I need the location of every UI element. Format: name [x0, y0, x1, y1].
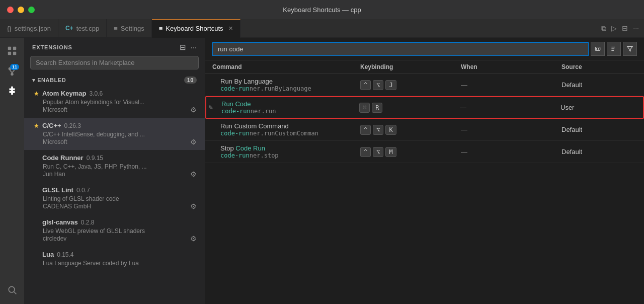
keyboard-shortcuts-content: Command Keybinding When Source Run By La…: [205, 38, 644, 304]
ext-code-runner[interactable]: ★ Code Runner 0.9.15 Run C, C++, Java, J…: [24, 150, 205, 182]
sidebar-title: EXTENSIONS: [32, 44, 72, 50]
source-run-by-language: Default: [561, 81, 637, 89]
star-icon-atom: ★: [34, 90, 39, 97]
ext-desc-code-runner: Run C, C++, Java, JS, PHP, Python, ...: [43, 163, 197, 170]
ext-desc-glsl-canvas: Live WebGL preview of GLSL shaders: [43, 227, 197, 235]
ext-cpp[interactable]: ★ C/C++ 0.26.3 C/C++ IntelliSense, debug…: [24, 118, 205, 150]
filter-icon[interactable]: ⊟: [180, 43, 186, 52]
ext-desc-atom: Popular Atom keybindings for Visual...: [43, 99, 197, 106]
window-controls: [7, 7, 35, 13]
table-row-run-code[interactable]: ✎ Run Code code-runner.run ⌘ R — User: [205, 96, 644, 119]
tab-label-test-cpp: test.cpp: [76, 25, 100, 32]
tab-close-keyboard-shortcuts[interactable]: ✕: [228, 25, 233, 32]
ext-version-cpp: 0.26.3: [64, 122, 81, 129]
ext-name-glsl-lint: GLSL Lint: [42, 186, 73, 194]
tabbar-actions: ⧉ ▷ ⊟ ···: [601, 24, 644, 33]
tab-settings-json[interactable]: {} settings.json: [0, 19, 58, 38]
run-icon[interactable]: ▷: [611, 24, 617, 32]
source-stop: Default: [561, 148, 637, 156]
when-run-custom: —: [461, 126, 561, 133]
enabled-section-label: ▾ ENABLED 10: [24, 74, 205, 86]
ext-atom-keymap[interactable]: ★ Atom Keymap 3.0.6 Popular Atom keybind…: [24, 86, 205, 118]
cmd-id: code-runner.runByLanguage: [220, 85, 360, 92]
ext-version-lua: 0.15.4: [57, 251, 73, 258]
svg-point-9: [9, 286, 15, 292]
svg-line-8: [12, 70, 15, 73]
ext-gear-glsl-canvas[interactable]: ⚙: [190, 235, 197, 243]
key-cmd: ⌘: [359, 103, 370, 113]
ext-glsl-lint[interactable]: ★ GLSL Lint 0.0.7 Linting of GLSL shader…: [24, 182, 205, 214]
ext-gear-atom[interactable]: ⚙: [190, 106, 197, 114]
extensions-search-input[interactable]: [30, 56, 199, 69]
table-row-run-custom[interactable]: Run Custom Command code-runner.runCustom…: [205, 119, 644, 141]
svg-rect-13: [598, 48, 599, 50]
ext-desc-glsl-lint: Linting of GLSL shader code: [43, 195, 197, 202]
svg-rect-0: [8, 47, 11, 50]
ext-version-atom: 3.0.6: [89, 90, 103, 97]
tab-keyboard-shortcuts[interactable]: ≡ Keyboard Shortcuts ✕: [152, 19, 240, 38]
key-opt3: ⌥: [373, 147, 383, 157]
key-ctrl3: ^: [360, 147, 371, 157]
ext-gear-glsl-lint[interactable]: ⚙: [190, 202, 197, 210]
ks-search-input[interactable]: [212, 42, 589, 56]
svg-rect-2: [8, 52, 11, 55]
tab-test-cpp[interactable]: C+ test.cpp: [58, 19, 107, 38]
header-when: When: [461, 63, 561, 70]
keyboard-shortcuts-icon: ≡: [159, 25, 163, 32]
activity-source-control[interactable]: 11: [3, 62, 21, 80]
minimize-button[interactable]: [18, 7, 24, 13]
svg-rect-3: [13, 52, 16, 55]
layout-icon[interactable]: ⊟: [622, 24, 628, 32]
more-icon[interactable]: ···: [190, 43, 197, 52]
ext-glsl-canvas[interactable]: ★ glsl-canvas 0.2.8 Live WebGL preview o…: [24, 214, 205, 247]
ext-gear-code-runner[interactable]: ⚙: [190, 170, 197, 178]
svg-point-6: [11, 73, 14, 76]
activity-extensions[interactable]: [3, 82, 21, 100]
ext-version-glsl-canvas: 0.2.8: [81, 219, 95, 226]
ext-desc-cpp: C/C++ IntelliSense, debugging, and ...: [43, 131, 197, 138]
ks-search-icons: [591, 42, 637, 56]
sort-keybinding-button[interactable]: [607, 42, 621, 56]
keybinding-run-by-language: ^ ⌥ J: [360, 80, 461, 90]
source-control-badge: 11: [10, 64, 19, 70]
maximize-button[interactable]: [28, 7, 35, 13]
tab-label-keyboard-shortcuts: Keyboard Shortcuts: [166, 25, 223, 32]
ext-name-lua: Lua: [42, 251, 54, 258]
svg-rect-1: [13, 47, 16, 50]
settings-icon: ≡: [114, 25, 118, 32]
titlebar: Keyboard Shortcuts — cpp: [0, 0, 644, 19]
table-header: Command Keybinding When Source: [205, 60, 644, 74]
key-r: R: [372, 103, 382, 113]
ext-desc-lua: Lua Language Server coded by Lua: [43, 260, 197, 267]
activity-search[interactable]: [3, 281, 21, 299]
activity-explorer[interactable]: [3, 42, 21, 60]
when-run-by-language: —: [461, 81, 561, 89]
enabled-count: 10: [184, 77, 197, 84]
table-row-stop-code-run[interactable]: Stop Code Run code-runner.stop ^ ⌥ M — D…: [205, 141, 644, 163]
key-j: J: [385, 80, 396, 90]
tab-label-settings: Settings: [121, 25, 144, 32]
sidebar-header: EXTENSIONS ⊟ ···: [24, 38, 205, 56]
sidebar-header-actions: ⊟ ···: [180, 43, 197, 52]
keybinding-run-custom: ^ ⌥ K: [360, 125, 461, 135]
tab-settings[interactable]: ≡ Settings: [107, 19, 152, 38]
ext-name-code-runner: Code Runner: [42, 154, 84, 162]
filter-button[interactable]: [623, 42, 637, 56]
record-keys-button[interactable]: [591, 42, 605, 56]
activity-bar: 11: [0, 38, 24, 304]
ext-publisher-atom: Microsoft ⚙: [43, 106, 197, 114]
close-button[interactable]: [7, 7, 14, 13]
edit-icon: ✎: [208, 104, 213, 111]
header-command: Command: [212, 63, 360, 70]
cmd-run-code: Run Code code-runner.run: [213, 100, 359, 115]
ext-lua[interactable]: ★ Lua 0.15.4 Lua Language Server coded b…: [24, 247, 205, 271]
table-row[interactable]: Run By Language code-runner.runByLanguag…: [205, 74, 644, 96]
ext-gear-cpp[interactable]: ⚙: [190, 138, 197, 146]
keybinding-run-code: ⌘ R: [359, 103, 460, 113]
more-actions-icon[interactable]: ···: [633, 24, 639, 32]
star-icon-glsl-lint: ★: [34, 187, 39, 194]
ext-name-glsl-canvas: glsl-canvas: [42, 218, 78, 226]
ext-publisher-cpp: Microsoft ⚙: [43, 138, 197, 146]
split-editor-icon[interactable]: ⧉: [601, 24, 606, 33]
cmd-name: Run By Language: [220, 78, 360, 85]
